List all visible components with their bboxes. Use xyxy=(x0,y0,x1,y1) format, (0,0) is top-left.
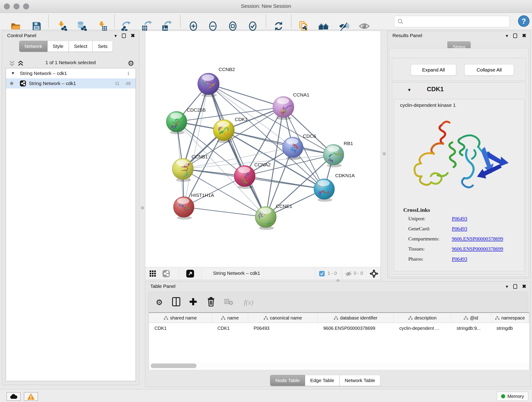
panel-float-icon[interactable] xyxy=(122,33,126,38)
network-node-CCNE1[interactable]: CCNE1 xyxy=(252,204,292,230)
warnings-button[interactable] xyxy=(24,392,38,401)
column-header-label: database identifier xyxy=(340,315,377,321)
node-label-CDK1: CDK1 xyxy=(235,117,248,122)
network-label: String Network – cdk1 xyxy=(29,81,76,86)
column-header-canonical-name[interactable]: canonical name xyxy=(248,313,318,323)
column-header-name[interactable]: name xyxy=(212,313,248,323)
column-header-label: name xyxy=(227,315,239,321)
crosslink-value-link[interactable]: 9606.ENSP00000378699 xyxy=(452,236,503,242)
search-input[interactable] xyxy=(404,19,502,24)
network-node-HIST1H1A[interactable]: HIST1H1A xyxy=(173,192,214,220)
tab-style[interactable]: Style xyxy=(47,41,69,52)
table-panel: Table Panel ▾ ✖ ⚙ f(x) shared namenameca… xyxy=(145,281,531,387)
panel-close-icon[interactable]: ✖ xyxy=(522,33,526,38)
network-node-CCNB1[interactable]: CCNB1 xyxy=(172,154,208,182)
table-cell[interactable]: stringdb:9... xyxy=(451,323,491,333)
tab-select[interactable]: Select xyxy=(69,41,93,52)
delete-column-icon[interactable] xyxy=(207,297,215,308)
column-header-namespace[interactable]: namespace xyxy=(491,313,529,323)
control-panel: Control Panel ▾ ✖ NetworkStyleSelectSets… xyxy=(2,31,139,385)
network-node-RB1[interactable]: RB1 xyxy=(323,141,353,167)
network-share-icon[interactable] xyxy=(162,270,170,279)
tab-node-table[interactable]: Node Table xyxy=(270,375,305,386)
network-node-CCNB2[interactable]: CCNB2 xyxy=(198,67,235,97)
panel-close-icon[interactable]: ✖ xyxy=(522,284,526,289)
table-cell[interactable]: P06493 xyxy=(248,323,318,333)
hidden-eye-icon xyxy=(345,270,352,279)
left-splitter-handle[interactable] xyxy=(141,206,144,210)
table-cell[interactable]: CDK1 xyxy=(149,323,212,333)
network-edge[interactable] xyxy=(209,84,266,217)
tab-edge-table[interactable]: Edge Table xyxy=(305,375,340,386)
collapse-all-button[interactable]: Collapse All xyxy=(464,64,514,76)
network-node-CDC25B[interactable]: CDC25B xyxy=(166,107,206,134)
network-options-gear-icon[interactable]: ⚙ xyxy=(128,59,134,68)
network-view-toolbar: String Network – cdk1 1 - 0 0 - 0 xyxy=(145,267,380,280)
crosslink-value-link[interactable]: 9606.ENSP00000378699 xyxy=(452,246,503,252)
tab-network[interactable]: Network xyxy=(19,41,47,52)
panel-close-icon[interactable]: ✖ xyxy=(131,33,135,38)
table-cell[interactable]: 9606.ENSP00000378699 xyxy=(318,323,394,333)
network-node-CDKN1A[interactable]: CDKN1A xyxy=(314,173,355,202)
edge-count: 48 xyxy=(126,81,131,86)
control-panel-title: Control Panel xyxy=(7,33,36,38)
crosslink-row: Uniprot:P06493 xyxy=(394,216,524,223)
panel-menu-icon[interactable]: ▾ xyxy=(114,33,117,38)
network-collection-row[interactable]: ▼ String Network – cdk1 1 xyxy=(6,68,136,78)
column-header-description[interactable]: description xyxy=(394,313,451,323)
network-edge[interactable] xyxy=(209,84,283,107)
node-label-RB1: RB1 xyxy=(344,141,353,146)
section-collapse-icon[interactable]: ▼ xyxy=(407,88,412,93)
network-graph[interactable]: CCNB2CCNA1CDC25BCDK1CDC6RB1CCNB1CCNA2CDK… xyxy=(145,31,380,267)
scrollbar-thumb[interactable] xyxy=(151,364,196,368)
crosslink-label: Uniprot: xyxy=(408,216,425,222)
table-options-gear-icon[interactable]: ⚙ xyxy=(156,298,163,307)
memory-status-dot xyxy=(501,394,505,398)
network-edge[interactable] xyxy=(209,84,334,155)
panel-menu-icon[interactable]: ▾ xyxy=(506,33,508,38)
table-cell[interactable]: CDK1 xyxy=(212,323,248,333)
expand-all-button[interactable]: Expand All xyxy=(411,64,456,76)
column-header-shared-name[interactable]: shared name xyxy=(149,313,212,323)
birds-eye-view-icon[interactable] xyxy=(186,269,194,279)
node-label-HIST1H1A: HIST1H1A xyxy=(191,192,214,198)
tab-sets[interactable]: Sets xyxy=(93,41,113,52)
crosslink-value-link[interactable]: P06493 xyxy=(452,226,467,232)
memory-label: Memory xyxy=(507,394,524,399)
selected-checkbox-icon[interactable] xyxy=(319,271,325,278)
right-splitter-handle[interactable] xyxy=(383,152,386,155)
table-cell[interactable]: stringdb xyxy=(491,323,529,333)
automation-status-button[interactable] xyxy=(6,392,21,401)
crosshair-icon[interactable] xyxy=(369,269,379,279)
grid-view-icon[interactable] xyxy=(149,270,156,278)
node-count: 11 xyxy=(115,81,120,86)
search-icon xyxy=(397,18,404,25)
tab-network-table[interactable]: Network Table xyxy=(340,375,380,386)
crosslink-value-link[interactable]: P06493 xyxy=(452,256,467,262)
panel-menu-icon[interactable]: ▾ xyxy=(506,284,508,289)
panel-float-icon[interactable] xyxy=(513,284,517,289)
create-column-icon[interactable] xyxy=(189,297,198,307)
table-hscrollbar[interactable] xyxy=(149,363,529,369)
column-header-label: description xyxy=(414,315,437,321)
memory-button[interactable]: Memory xyxy=(497,392,528,401)
crosslink-value-link[interactable]: P06493 xyxy=(452,216,467,222)
titlebar: Session: New Session xyxy=(0,0,532,13)
panel-float-icon[interactable] xyxy=(513,33,517,38)
show-columns-icon[interactable] xyxy=(172,297,181,308)
gene-section: ▼ CDK1 cyclin-dependent kinase 1 xyxy=(392,82,526,274)
network-edge[interactable] xyxy=(184,84,209,207)
column-header--id[interactable]: @id xyxy=(451,313,491,323)
help-icon[interactable]: ? xyxy=(517,15,530,29)
tree-expand-icon[interactable]: ▼ xyxy=(11,71,15,76)
network-row[interactable]: String Network – cdk1 11 48 xyxy=(6,78,136,89)
network-edge[interactable] xyxy=(184,207,266,217)
table-cell[interactable]: cyclin-dependent ... xyxy=(394,323,451,333)
network-node-CCNA1[interactable]: CCNA1 xyxy=(273,92,309,120)
crosslink-row: Compartments:9606.ENSP00000378699 xyxy=(394,236,524,244)
node-label-CCNA1: CCNA1 xyxy=(293,92,309,97)
table-tabs: Node TableEdge TableNetwork Table xyxy=(270,375,380,386)
search-field[interactable] xyxy=(394,16,510,27)
column-header-database-identifier[interactable]: database identifier xyxy=(318,313,394,323)
node-label-CCNE1: CCNE1 xyxy=(276,204,292,209)
